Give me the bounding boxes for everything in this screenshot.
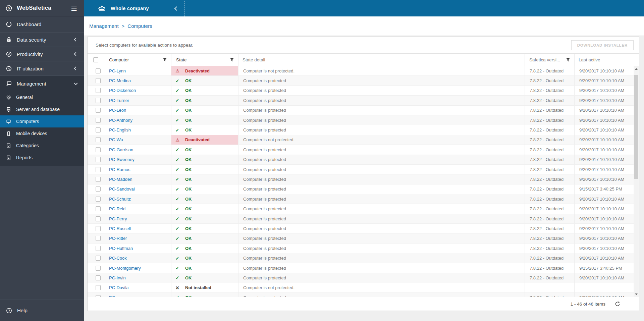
- column-header-safetica-version[interactable]: Safetica versi...: [525, 54, 575, 66]
- column-header-state-detail[interactable]: State detail: [238, 54, 525, 66]
- sidebar-item-server-and-database[interactable]: Server and database: [0, 103, 84, 115]
- table-row[interactable]: PC-English ✓ OK Computer is protected 7.…: [88, 125, 634, 135]
- computer-link[interactable]: PC-Sweeney: [109, 157, 135, 162]
- row-checkbox[interactable]: [96, 285, 101, 290]
- computer-link[interactable]: PC-Montgomery: [109, 266, 141, 271]
- sidebar-item-reports[interactable]: Reports: [0, 152, 84, 164]
- table-row[interactable]: PC-... ✓ OK Computer is protected 7.8.22…: [88, 293, 634, 297]
- table-row[interactable]: PC-Reid ✓ OK Computer is protected 7.8.2…: [88, 204, 634, 214]
- column-header-state[interactable]: State: [171, 54, 238, 66]
- filter-funnel-icon[interactable]: [566, 58, 570, 62]
- row-checkbox[interactable]: [96, 295, 101, 297]
- sidebar-item-help[interactable]: ? Help: [0, 300, 84, 321]
- row-checkbox[interactable]: [96, 98, 101, 103]
- table-row[interactable]: PC-Cook ✓ OK Computer is protected 7.8.2…: [88, 253, 634, 263]
- table-row[interactable]: PC-Anthony ✓ OK Computer is protected 7.…: [88, 115, 634, 125]
- computer-link[interactable]: PC-Ramos: [109, 167, 130, 172]
- row-checkbox[interactable]: [96, 246, 101, 251]
- table-row[interactable]: PC-Dickerson ✓ OK Computer is protected …: [88, 86, 634, 96]
- select-all-checkbox[interactable]: [93, 57, 98, 62]
- computer-link[interactable]: PC-Garrison: [109, 147, 133, 152]
- table-row[interactable]: PC-Madden ✓ OK Computer is protected 7.8…: [88, 174, 634, 184]
- row-checkbox[interactable]: [96, 206, 101, 211]
- table-row[interactable]: PC-Wu ⚠ Deactivated Computer is not prot…: [88, 135, 634, 145]
- table-row[interactable]: PC-Davila ✕ Not installed Computer is no…: [88, 283, 634, 293]
- computer-link[interactable]: PC-Cook: [109, 256, 127, 261]
- row-checkbox[interactable]: [96, 78, 101, 83]
- row-checkbox[interactable]: [96, 167, 101, 172]
- computer-link[interactable]: PC-Anthony: [109, 118, 132, 123]
- row-checkbox[interactable]: [96, 118, 101, 123]
- table-row[interactable]: PC-Lynn ⚠ Deactivated Computer is not pr…: [88, 66, 634, 76]
- computer-link[interactable]: PC-Irwin: [109, 275, 126, 280]
- refresh-icon[interactable]: [615, 301, 620, 307]
- computer-link[interactable]: PC-Medina: [109, 78, 131, 83]
- row-checkbox[interactable]: [96, 108, 101, 113]
- column-header-last-active[interactable]: Last active: [575, 54, 639, 66]
- table-row[interactable]: PC-Huffman ✓ OK Computer is protected 7.…: [88, 244, 634, 253]
- filter-funnel-icon[interactable]: [230, 58, 234, 62]
- computer-link[interactable]: PC-Turner: [109, 98, 129, 103]
- table-row[interactable]: PC-Ramos ✓ OK Computer is protected 7.8.…: [88, 165, 634, 174]
- company-selector[interactable]: Whole company: [84, 0, 184, 16]
- filter-funnel-icon[interactable]: [163, 58, 167, 62]
- row-checkbox[interactable]: [96, 275, 101, 280]
- breadcrumb-computers[interactable]: Computers: [127, 23, 152, 29]
- row-checkbox[interactable]: [96, 236, 101, 241]
- table-row[interactable]: PC-Irwin ✓ OK Computer is protected 7.8.…: [88, 273, 634, 283]
- row-checkbox[interactable]: [96, 147, 101, 152]
- row-checkbox[interactable]: [96, 177, 101, 182]
- computer-link[interactable]: PC-Wu: [109, 137, 123, 142]
- computer-link[interactable]: PC-Madden: [109, 177, 132, 182]
- table-row[interactable]: PC-Sandoval ✓ OK Computer is protected 7…: [88, 184, 634, 194]
- computer-link[interactable]: PC-Schultz: [109, 197, 131, 202]
- sidebar-item-mobile-devices[interactable]: Mobile devices: [0, 127, 84, 140]
- table-row[interactable]: PC-Montgomery ✓ OK Computer is protected…: [88, 263, 634, 273]
- row-checkbox[interactable]: [96, 68, 101, 73]
- download-installer-button[interactable]: DOWNLOAD INSTALLER: [571, 40, 634, 50]
- table-row[interactable]: PC-Medina ✓ OK Computer is protected 7.8…: [88, 76, 634, 86]
- computer-link[interactable]: PC-Leon: [109, 108, 126, 113]
- row-checkbox[interactable]: [96, 256, 101, 261]
- table-row[interactable]: PC-Russell ✓ OK Computer is protected 7.…: [88, 224, 634, 233]
- scroll-up-arrow-icon[interactable]: [634, 66, 639, 71]
- row-checkbox[interactable]: [96, 266, 101, 271]
- column-header-computer[interactable]: Computer: [104, 54, 171, 66]
- computer-link[interactable]: PC-Lynn: [109, 68, 126, 73]
- table-row[interactable]: PC-Perry ✓ OK Computer is protected 7.8.…: [88, 214, 634, 224]
- computer-link[interactable]: PC-English: [109, 127, 131, 132]
- hamburger-menu-icon[interactable]: ☰: [69, 4, 78, 12]
- table-row[interactable]: PC-Sweeney ✓ OK Computer is protected 7.…: [88, 155, 634, 165]
- table-row[interactable]: PC-Turner ✓ OK Computer is protected 7.8…: [88, 96, 634, 105]
- sidebar-item-general[interactable]: General: [0, 91, 84, 103]
- table-row[interactable]: PC-Ritter ✓ OK Computer is protected 7.8…: [88, 234, 634, 244]
- row-checkbox[interactable]: [96, 226, 101, 231]
- computer-link[interactable]: PC-Sandoval: [109, 186, 135, 192]
- sidebar-item-management[interactable]: Management: [0, 75, 84, 91]
- row-checkbox[interactable]: [96, 157, 101, 162]
- computer-link[interactable]: PC-Perry: [109, 216, 127, 221]
- table-row[interactable]: PC-Garrison ✓ OK Computer is protected 7…: [88, 145, 634, 155]
- scroll-down-arrow-icon[interactable]: [634, 291, 639, 297]
- breadcrumb-management[interactable]: Management: [89, 23, 119, 29]
- computer-link[interactable]: PC-Russell: [109, 226, 131, 231]
- table-row[interactable]: PC-Schultz ✓ OK Computer is protected 7.…: [88, 194, 634, 204]
- computer-link[interactable]: PC-Davila: [109, 285, 129, 290]
- computer-link[interactable]: PC-Dickerson: [109, 88, 136, 93]
- row-checkbox[interactable]: [96, 137, 101, 142]
- row-checkbox[interactable]: [96, 186, 101, 192]
- vertical-scrollbar[interactable]: [634, 66, 639, 297]
- row-checkbox[interactable]: [96, 216, 101, 221]
- sidebar-item-computers[interactable]: Computers: [0, 115, 84, 127]
- sidebar-item-dashboard[interactable]: Dashboard: [0, 16, 84, 32]
- sidebar-item-productivity[interactable]: Productivity: [0, 47, 84, 61]
- computer-link[interactable]: PC-Reid: [109, 206, 125, 211]
- sidebar-item-data-security[interactable]: Data security: [0, 32, 84, 47]
- scrollbar-thumb[interactable]: [634, 75, 638, 179]
- row-checkbox[interactable]: [96, 127, 101, 132]
- row-checkbox[interactable]: [96, 197, 101, 202]
- sidebar-item-categories[interactable]: Categories: [0, 140, 84, 152]
- computer-link[interactable]: PC-Ritter: [109, 236, 127, 241]
- computer-link[interactable]: PC-...: [109, 295, 120, 297]
- row-checkbox[interactable]: [96, 88, 101, 93]
